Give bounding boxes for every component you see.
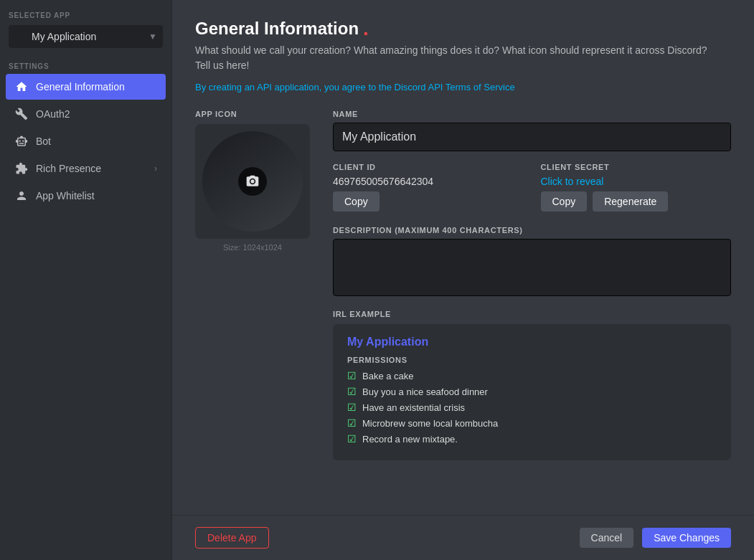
client-id-value: 469765005676642304	[333, 176, 524, 187]
sidebar-item-label: Bot	[36, 136, 51, 147]
client-id-label: CLIENT ID	[333, 163, 524, 171]
permissions-label: PERMISSIONS	[347, 356, 717, 364]
regenerate-button[interactable]: Regenerate	[593, 191, 668, 212]
sidebar-item-label: OAuth2	[36, 108, 70, 120]
camera-icon[interactable]	[238, 167, 267, 196]
client-secret-value[interactable]: Click to reveal	[541, 176, 732, 187]
irl-example-box: My Application PERMISSIONS ☑ Bake a cake…	[333, 324, 731, 460]
footer: Delete App Cancel Save Changes	[172, 515, 754, 560]
description-label: DESCRIPTION (MAXIMUM 400 CHARACTERS)	[333, 226, 731, 234]
sidebar-item-bot[interactable]: Bot	[6, 128, 166, 154]
sidebar-item-oauth2[interactable]: OAuth2	[6, 101, 166, 127]
app-selector[interactable]: My Application	[9, 25, 163, 48]
svg-marker-3	[72, 503, 158, 560]
chevron-right-icon: ›	[154, 163, 157, 174]
sidebar-item-app-whitelist[interactable]: App Whitelist	[6, 183, 166, 209]
app-icon-label: APP ICON	[195, 110, 237, 118]
sidebar-item-label: App Whitelist	[36, 190, 95, 201]
irl-example-label: IRL EXAMPLE	[333, 310, 731, 318]
tos-link[interactable]: By creating an API application, you agre…	[195, 82, 731, 92]
footer-right: Cancel Save Changes	[580, 528, 731, 548]
person-icon	[14, 189, 29, 203]
copy-client-secret-button[interactable]: Copy	[541, 191, 588, 212]
page-title: General Information.	[195, 17, 731, 40]
id-secret-row: CLIENT ID 469765005676642304 Copy CLIENT…	[333, 163, 731, 223]
check-icon: ☑	[347, 370, 357, 381]
sidebar-item-label: General Information	[36, 81, 125, 92]
bot-icon	[14, 134, 29, 148]
sidebar-item-label: Rich Presence	[36, 163, 101, 174]
permission-text: Microbrew some local kombucha	[362, 418, 498, 429]
check-icon: ☑	[347, 433, 357, 445]
sidebar-item-general-information[interactable]: General Information	[6, 74, 166, 100]
description-textarea[interactable]	[333, 239, 731, 296]
irl-app-name: My Application	[347, 336, 717, 348]
list-item: ☑ Bake a cake	[347, 370, 717, 381]
title-dot: .	[363, 17, 369, 40]
list-item: ☑ Record a new mixtape.	[347, 433, 717, 445]
app-icon-section: APP ICON Size: 1024x1024	[195, 110, 310, 252]
main-content: General Information. What should we call…	[172, 0, 754, 560]
settings-label: SETTINGS	[0, 57, 171, 73]
sidebar-background-art	[0, 417, 171, 560]
form-section: NAME CLIENT ID 469765005676642304 Copy C…	[333, 110, 731, 478]
home-icon	[14, 80, 29, 94]
svg-point-5	[14, 524, 57, 560]
app-icon-wrapper[interactable]	[195, 124, 310, 239]
svg-marker-7	[7, 503, 50, 531]
selected-app-section: SELECTED APP My Application ▼	[0, 0, 171, 54]
client-secret-label: CLIENT SECRET	[541, 163, 732, 171]
permission-text: Buy you a nice seafood dinner	[362, 386, 488, 397]
sidebar: SELECTED APP My Application ▼ SETTINGS G…	[0, 0, 172, 560]
check-icon: ☑	[347, 417, 357, 429]
name-label: NAME	[333, 110, 731, 118]
save-changes-button[interactable]: Save Changes	[642, 528, 731, 548]
delete-app-button[interactable]: Delete App	[195, 527, 269, 549]
cancel-button[interactable]: Cancel	[580, 528, 634, 548]
client-id-btn-row: Copy	[333, 191, 524, 212]
list-item: ☑ Buy you a nice seafood dinner	[347, 386, 717, 397]
client-secret-col: CLIENT SECRET Click to reveal Copy Regen…	[541, 163, 732, 223]
page-subtitle: What should we call your creation? What …	[195, 43, 731, 73]
permission-text: Bake a cake	[362, 371, 414, 381]
permission-text: Record a new mixtape.	[362, 434, 458, 445]
check-icon: ☑	[347, 402, 357, 413]
list-item: ☑ Have an existential crisis	[347, 402, 717, 413]
list-item: ☑ Microbrew some local kombucha	[347, 417, 717, 429]
puzzle-icon	[14, 161, 29, 176]
client-id-col: CLIENT ID 469765005676642304 Copy	[333, 163, 524, 223]
client-secret-btn-row: Copy Regenerate	[541, 191, 732, 212]
check-icon: ☑	[347, 386, 357, 397]
sidebar-item-rich-presence[interactable]: Rich Presence ›	[6, 156, 166, 181]
wrench-icon	[14, 107, 29, 121]
permissions-list: ☑ Bake a cake ☑ Buy you a nice seafood d…	[347, 370, 717, 445]
selected-app-label: SELECTED APP	[9, 11, 163, 19]
name-input[interactable]	[333, 123, 731, 151]
app-icon-size-label: Size: 1024x1024	[223, 243, 282, 252]
copy-client-id-button[interactable]: Copy	[333, 191, 380, 212]
content-row: APP ICON Size: 1024x1024 NAME CLIENT ID …	[195, 110, 731, 478]
permission-text: Have an existential crisis	[362, 402, 465, 413]
svg-marker-4	[100, 510, 171, 560]
app-selector-wrapper: My Application ▼	[9, 25, 163, 48]
